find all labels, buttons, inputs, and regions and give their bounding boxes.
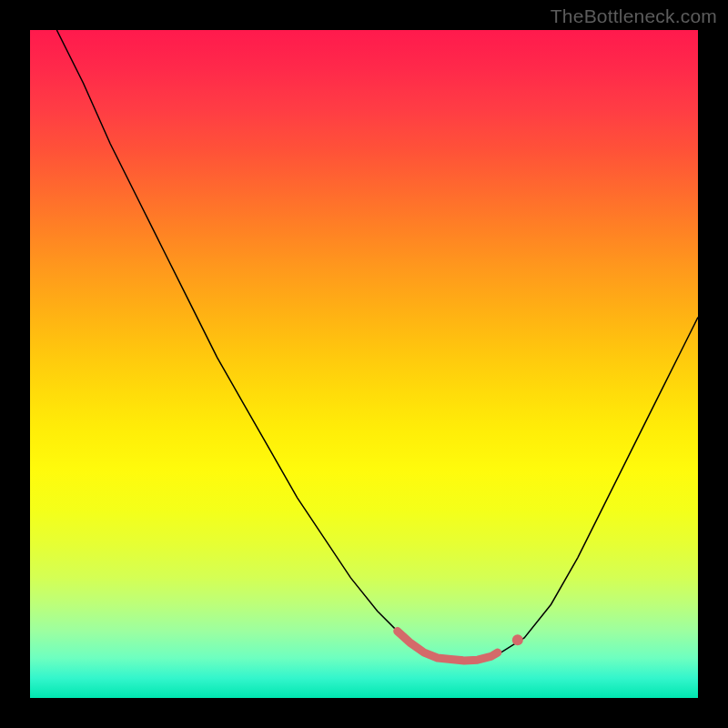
- plot-area: [30, 30, 698, 698]
- series-curve: [56, 30, 698, 662]
- series-highlight-dot: [512, 634, 523, 645]
- series-highlight: [398, 632, 498, 661]
- chart-svg: [30, 30, 698, 698]
- chart-frame: TheBottleneck.com: [0, 0, 728, 728]
- watermark-text: TheBottleneck.com: [551, 5, 717, 27]
